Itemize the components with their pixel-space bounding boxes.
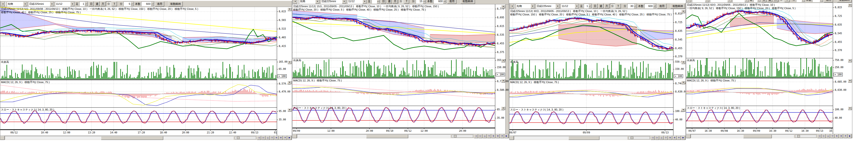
- scrollbar-thumb[interactable]: [366, 134, 408, 138]
- section-menu-button[interactable]: ▼: [681, 10, 685, 13]
- multi-symbol-button[interactable]: 複数銘柄: [461, 0, 475, 4]
- chart-tool-button[interactable]: ⊕: [839, 134, 843, 138]
- apply-button[interactable]: 適用: [824, 0, 833, 2]
- zoom-slider[interactable]: [235, 136, 256, 140]
- symbol-select[interactable]: 日経225mini▼: [536, 4, 560, 9]
- contract-month-select[interactable]: 11/12▼: [561, 4, 579, 9]
- section-menu-button[interactable]: ▼: [288, 108, 291, 112]
- chart-tool-button[interactable]: ◁: [474, 134, 478, 138]
- vol-chart-canvas[interactable]: [0, 60, 277, 80]
- macd-chart-canvas[interactable]: [292, 79, 495, 106]
- daily-button[interactable]: 日: [593, 4, 598, 8]
- apply-button[interactable]: 適用: [155, 1, 164, 6]
- zoom-slider[interactable]: [628, 136, 650, 140]
- chart-tool-button[interactable]: △: [266, 136, 270, 140]
- bar-interval-spinner[interactable]: 1▲▼: [584, 4, 592, 8]
- chart-tool-button[interactable]: B: [668, 136, 672, 140]
- spinner-arrows-icon[interactable]: ▲▼: [131, 2, 134, 6]
- chart-tool-button[interactable]: △: [659, 136, 663, 140]
- symbol-select[interactable]: 日経225mini▼: [320, 0, 346, 4]
- multi-symbol-button[interactable]: 複数銘柄: [168, 1, 183, 6]
- main-chart-canvas[interactable]: [686, 3, 833, 58]
- section-menu-button[interactable]: ▼: [501, 79, 505, 83]
- macd-chart-canvas[interactable]: [0, 80, 277, 107]
- section-menu-button[interactable]: ▼: [848, 107, 852, 110]
- scroll-corner-button[interactable]: [686, 134, 690, 138]
- bar-count-spinner[interactable]: 600▲▼: [645, 4, 656, 8]
- symbol-select[interactable]: ▼: [710, 0, 732, 2]
- category-select[interactable]: ▼: [692, 0, 709, 2]
- tick-button[interactable]: T: [112, 1, 117, 6]
- zoom-slider-thumb[interactable]: [797, 135, 800, 137]
- chart-tool-button[interactable]: B: [835, 134, 839, 138]
- bar-interval-spinner[interactable]: ▲▼: [753, 0, 761, 2]
- macd-chart-canvas[interactable]: [686, 79, 833, 106]
- scroll-corner-button[interactable]: [509, 136, 514, 140]
- spinner-arrows-icon[interactable]: ▲▼: [377, 0, 380, 3]
- tick-button[interactable]: T: [616, 4, 621, 8]
- monthly-button[interactable]: 月: [773, 0, 778, 2]
- contract-month-select[interactable]: 11/12▼: [55, 1, 75, 6]
- chart-tool-button[interactable]: ⊕: [279, 136, 283, 140]
- chart-tool-button[interactable]: ▶: [681, 136, 685, 140]
- window-select[interactable]: ▼: [293, 0, 298, 4]
- spinner-arrows-icon[interactable]: ▲▼: [151, 2, 154, 6]
- chart-tool-button[interactable]: B: [491, 134, 495, 138]
- apply-button[interactable]: 適用: [447, 0, 457, 4]
- chart-tool-button[interactable]: ✕: [677, 136, 681, 140]
- chart-tool-button[interactable]: △: [826, 134, 830, 138]
- section-menu-button[interactable]: ▼: [501, 5, 505, 8]
- horizontal-scrollbar[interactable]: [297, 134, 451, 138]
- bar-interval-spinner[interactable]: ▲▼: [372, 0, 380, 4]
- category-select[interactable]: 先物▼: [7, 1, 28, 6]
- spinner-arrows-icon[interactable]: ▲▼: [589, 4, 592, 8]
- zoom-slider[interactable]: [795, 134, 816, 138]
- main-chart-canvas[interactable]: [292, 4, 495, 58]
- spinner-arrows-icon[interactable]: ▲▼: [802, 0, 805, 2]
- daily-button[interactable]: 日: [762, 0, 767, 2]
- window-select[interactable]: ▼: [687, 0, 691, 2]
- zoom-slider[interactable]: [452, 134, 473, 138]
- chart-tool-button[interactable]: ▶: [287, 136, 291, 140]
- daily-button[interactable]: 日: [89, 1, 94, 6]
- spinner-arrows-icon[interactable]: ▲▼: [443, 0, 446, 3]
- section-menu-button[interactable]: ▼: [288, 8, 291, 11]
- scrollbar-thumb[interactable]: [568, 136, 600, 140]
- zoom-slider-thumb[interactable]: [454, 135, 457, 137]
- chart-tool-button[interactable]: ▷: [655, 136, 659, 140]
- monthly-button[interactable]: 月: [604, 4, 609, 8]
- chart-tool-button[interactable]: ◁: [257, 136, 261, 140]
- chart-tool-button[interactable]: ▽: [270, 136, 274, 140]
- zoom-slider-thumb[interactable]: [237, 137, 240, 139]
- tick-button[interactable]: T: [404, 0, 409, 4]
- section-menu-button[interactable]: ▼: [501, 59, 505, 63]
- multi-symbol-button[interactable]: 複数銘柄: [671, 4, 685, 9]
- minute-button[interactable]: 分: [106, 1, 111, 6]
- minute-value-spinner[interactable]: 5▲▼: [123, 1, 134, 6]
- vol-chart-canvas[interactable]: [292, 58, 495, 78]
- scroll-corner-button[interactable]: [292, 134, 297, 138]
- section-menu-button[interactable]: ▼: [681, 61, 685, 64]
- chart-tool-button[interactable]: ⊕: [496, 134, 500, 138]
- weekly-button[interactable]: 週: [767, 0, 772, 2]
- section-menu-button[interactable]: ▼: [288, 61, 291, 64]
- spinner-arrows-icon[interactable]: ▲▼: [423, 0, 426, 3]
- section-menu-button[interactable]: ▼: [681, 108, 685, 112]
- main-chart-canvas[interactable]: [509, 9, 673, 60]
- category-select[interactable]: 先物▼: [299, 0, 320, 4]
- chart-tool-button[interactable]: B: [274, 136, 278, 140]
- chart-tool-button[interactable]: ✕: [500, 134, 504, 138]
- spinner-arrows-icon[interactable]: ▲▼: [757, 0, 761, 2]
- section-menu-button[interactable]: ▼: [501, 107, 505, 110]
- horizontal-scrollbar[interactable]: [691, 134, 794, 138]
- chart-tool-button[interactable]: ◁: [817, 134, 822, 138]
- chart-tool-button[interactable]: ◁: [651, 136, 655, 140]
- symbol-select[interactable]: 日経225mini▼: [28, 1, 54, 6]
- chart-tool-button[interactable]: △: [483, 134, 487, 138]
- zoom-slider-thumb[interactable]: [630, 137, 633, 139]
- horizontal-scrollbar[interactable]: [514, 136, 627, 140]
- contract-month-select[interactable]: 11/12▼: [347, 0, 367, 4]
- section-menu-button[interactable]: ▼: [848, 59, 852, 63]
- multi-symbol-button[interactable]: 複数銘柄: [837, 0, 851, 2]
- spinner-arrows-icon[interactable]: ▲▼: [634, 4, 637, 8]
